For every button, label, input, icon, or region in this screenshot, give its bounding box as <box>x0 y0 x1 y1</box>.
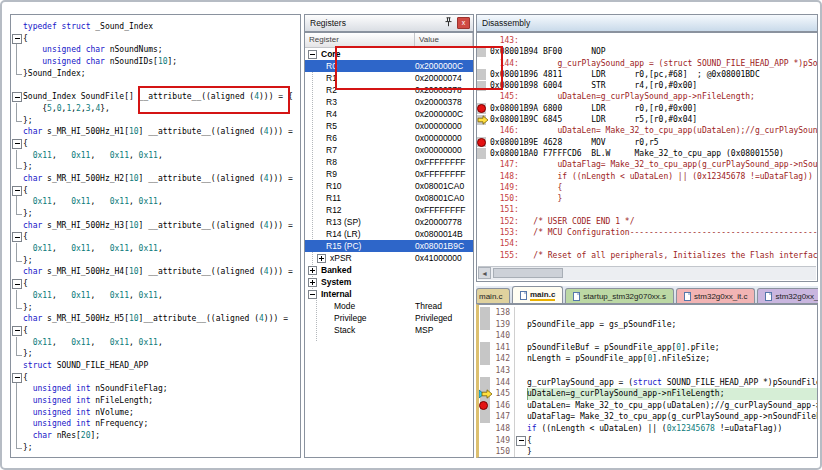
source-line[interactable]: 141pSoundFileBuf = pSoundFile_app[0].pFi… <box>479 342 817 354</box>
code-line[interactable]: struct SOUND_FILE_HEAD_APP <box>11 360 300 372</box>
source-line[interactable]: 148if ((nLength < uDataLen) || (0x123456… <box>479 423 817 435</box>
scrollbar-thumb[interactable] <box>493 268 563 278</box>
pin-icon[interactable] <box>444 17 453 29</box>
disassembly-line[interactable]: 0x08001B9E 4628 MOV r0,r5 <box>477 137 817 148</box>
disassembly-line[interactable]: 145: uDataLen=g_curPlaySound_app->nFileL… <box>477 91 817 102</box>
code-line[interactable]: 0x11, 0x11, 0x11, 0x11, <box>11 337 300 349</box>
breakpoint-icon[interactable] <box>477 104 486 113</box>
code-editor-panel[interactable]: typedef struct _Sound_Index{ unsigned ch… <box>10 14 301 458</box>
disassembly-line[interactable]: 155: /* Reset of all peripherals, Initia… <box>477 250 817 261</box>
fold-collapse-icon[interactable] <box>11 138 23 150</box>
register-column-header[interactable]: Register <box>305 33 415 48</box>
tab-startup-stm32g070xx-s[interactable]: startup_stm32g070xx.s <box>565 288 674 303</box>
breakpoint-gutter[interactable] <box>477 46 490 57</box>
code-line[interactable]: char s_MR_HI_500Hz_H1[10] __attribute__(… <box>11 126 300 138</box>
source-line[interactable]: 138 <box>479 307 817 319</box>
breakpoint-gutter[interactable] <box>477 114 490 125</box>
code-line[interactable]: char s_MR_HI_500Hz_H5[10]__attribute__((… <box>11 313 300 325</box>
register-row[interactable]: R30x20000378 <box>305 96 473 108</box>
code-line[interactable]: Sound_Index SoundFile[] __attribute__((a… <box>11 91 300 103</box>
breakpoint-gutter[interactable] <box>477 227 490 238</box>
register-row[interactable]: R50x00000000 <box>305 120 473 132</box>
breakpoint-gutter[interactable] <box>477 193 490 204</box>
breakpoint-gutter[interactable] <box>477 250 490 261</box>
disassembly-content[interactable]: 143:0x08001B94 BF00 NOP 144: g_curPlaySo… <box>476 32 818 282</box>
breakpoint-gutter[interactable] <box>477 148 490 159</box>
source-line[interactable]: 147uDataFlag= Make_32_to_cpu_app(g_curPl… <box>479 411 817 423</box>
source-line[interactable]: 145uDataLen=g_curPlaySound_app->nFileLen… <box>479 388 817 400</box>
register-row[interactable]: PrivilegePrivileged <box>305 312 473 324</box>
value-column-header[interactable]: Value <box>415 33 473 48</box>
code-line[interactable]: typedef struct _Sound_Index <box>11 21 300 33</box>
register-row[interactable]: R15 (PC)0x08001B9C <box>305 240 473 252</box>
code-line[interactable]: unsigned int nSoundFileFlag; <box>11 383 300 395</box>
source-line[interactable]: 142nLength = pSoundFile_app[0].nFileSize… <box>479 353 817 365</box>
disassembly-line[interactable]: 147: uDataFlag= Make_32_to_cpu_app(g_cur… <box>477 159 817 170</box>
fold-collapse-icon[interactable] <box>11 185 23 197</box>
source-line[interactable]: 140 <box>479 330 817 342</box>
tab-stm32g0xx-it-c[interactable]: stm32g0xx_it.c <box>676 288 755 303</box>
code-line[interactable]: 0x11, 0x11, 0x11, 0x11, <box>11 290 300 302</box>
disassembly-line[interactable]: 149: { <box>477 182 817 193</box>
code-line[interactable]: 0x11, 0x11, 0x11, 0x11, <box>11 243 300 255</box>
code-line[interactable]: }; <box>11 161 300 173</box>
breakpoint-gutter[interactable] <box>479 411 493 423</box>
breakpoint-gutter[interactable] <box>477 159 490 170</box>
breakpoint-gutter[interactable] <box>477 204 490 215</box>
code-line[interactable] <box>11 79 300 91</box>
collapse-minus-icon[interactable] <box>308 50 317 59</box>
fold-collapse-icon[interactable] <box>11 231 23 243</box>
disassembly-line[interactable]: 154: <box>477 238 817 249</box>
breakpoint-gutter[interactable] <box>479 307 493 319</box>
tab-main-c[interactable]: main.c <box>512 286 563 303</box>
breakpoint-gutter[interactable] <box>477 216 490 227</box>
horizontal-scrollbar[interactable]: ◄ <box>478 266 816 280</box>
disassembly-line[interactable]: 0x08001B94 BF00 NOP <box>477 46 817 57</box>
disassembly-line[interactable]: 153: /* MCU Configuration---------------… <box>477 227 817 238</box>
code-line[interactable]: char nRes[20]; <box>11 430 300 442</box>
register-row[interactable]: R14 (LR)0x0800014B <box>305 228 473 240</box>
breakpoint-gutter[interactable] <box>477 69 490 80</box>
register-row[interactable]: R00x2000000C <box>305 60 473 72</box>
source-line[interactable]: 139pSoundFile_app = gs_pSoundFile; <box>479 319 817 331</box>
disassembly-line[interactable]: 146: uDataLen= Make_32_to_cpu_app(uDataL… <box>477 125 817 136</box>
disassembly-line[interactable]: 144: g_curPlaySound_app = (struct SOUND_… <box>477 58 817 69</box>
breakpoint-gutter[interactable] <box>479 388 493 400</box>
fold-collapse-icon[interactable] <box>11 91 23 103</box>
breakpoint-gutter[interactable] <box>479 342 493 354</box>
disassembly-line[interactable]: 0x08001B98 6004 STR r4,[r0,#0x00] <box>477 80 817 91</box>
register-row[interactable]: R10x20000074 <box>305 72 473 84</box>
code-line[interactable]: char s_MR_HI_500Hz_H2[10] __attribute__(… <box>11 173 300 185</box>
code-line[interactable]: unsigned char nSoundIDs[10]; <box>11 56 300 68</box>
code-line[interactable]: unsigned char nSoundNums; <box>11 44 300 56</box>
code-line[interactable]: { <box>11 231 300 243</box>
breakpoint-gutter[interactable] <box>477 91 490 102</box>
register-row[interactable]: System <box>305 276 473 288</box>
register-row[interactable]: R90xFFFFFFFF <box>305 168 473 180</box>
scroll-left-button[interactable]: ◄ <box>478 267 491 279</box>
breakpoint-gutter[interactable] <box>479 365 493 377</box>
code-line[interactable]: { <box>11 278 300 290</box>
breakpoint-gutter[interactable] <box>479 353 493 365</box>
disassembly-line[interactable]: 143: <box>477 35 817 46</box>
source-line[interactable]: 143 <box>479 365 817 377</box>
expand-plus-icon[interactable] <box>308 278 317 287</box>
breakpoint-gutter[interactable] <box>479 377 493 389</box>
source-line[interactable]: 149{ <box>479 435 817 447</box>
code-line[interactable]: { <box>11 325 300 337</box>
code-line[interactable]: }; <box>11 302 300 314</box>
register-row[interactable]: Core <box>305 48 473 60</box>
register-row[interactable]: R40x2000000C <box>305 108 473 120</box>
register-row[interactable]: R110x08001CA0 <box>305 192 473 204</box>
source-line[interactable]: 150} <box>479 446 817 458</box>
source-line[interactable]: 146uDataLen= Make_32_to_cpu_app(uDataLen… <box>479 400 817 412</box>
register-row[interactable]: R20x20000378 <box>305 84 473 96</box>
code-line[interactable]: }; <box>11 255 300 267</box>
collapse-minus-icon[interactable] <box>308 290 317 299</box>
breakpoint-gutter[interactable] <box>479 435 493 447</box>
code-line[interactable]: }; <box>11 208 300 220</box>
code-line[interactable]: { <box>11 33 300 45</box>
breakpoint-gutter[interactable] <box>477 137 490 148</box>
code-line[interactable]: }; <box>11 442 300 454</box>
code-line[interactable]: char s_MR_HI_500Hz_H3[10] __attribute__(… <box>11 220 300 232</box>
